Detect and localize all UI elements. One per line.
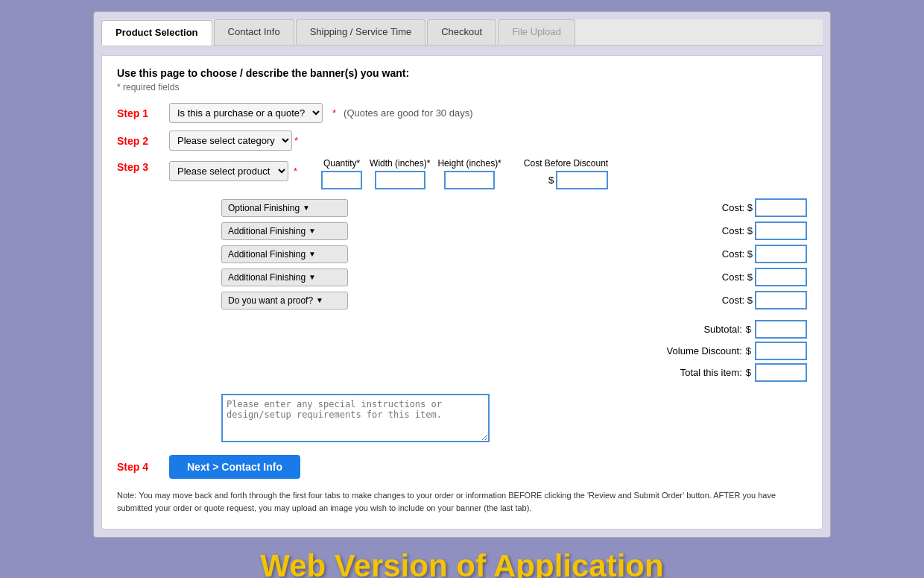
tab-product-selection[interactable]: Product Selection <box>101 20 212 45</box>
additional-finishing-dropdown-2[interactable]: Additional Finishing ▼ <box>221 245 348 263</box>
cost-dollar-sign: $ <box>548 175 554 186</box>
height-label: Height (inches)* <box>437 158 501 169</box>
step4-label: Step 4 <box>117 461 169 473</box>
proof-dropdown[interactable]: Do you want a proof? ▼ <box>221 292 348 310</box>
additional-finishing-label-3: Additional Finishing <box>228 272 306 283</box>
proof-row: Do you want a proof? ▼ Cost: $ <box>169 291 807 310</box>
step3-label: Step 3 <box>117 158 169 173</box>
next-button[interactable]: Next > Contact Info <box>169 455 300 479</box>
total-dollar: $ <box>746 367 751 378</box>
step1-row: Step 1 Is this a purchase or a quote? Pu… <box>117 103 807 123</box>
step1-label: Step 1 <box>117 107 169 119</box>
optional-finishing-dropdown[interactable]: Optional Finishing ▼ <box>221 199 348 217</box>
height-group: Height (inches)* <box>437 158 501 189</box>
additional-finishing-row-1: Additional Finishing ▼ Cost: $ <box>169 222 807 240</box>
optional-cost-label: Cost: $ <box>722 202 753 213</box>
content-area: Use this page to choose / describe the b… <box>101 55 823 530</box>
step3-row: Step 3 Please select product * <box>117 158 807 445</box>
additional-finishing-label-2: Additional Finishing <box>228 249 306 260</box>
cost-before-discount-input[interactable] <box>556 171 608 189</box>
step2-required: * <box>294 135 298 146</box>
volume-discount-input[interactable] <box>755 342 807 360</box>
width-group: Width (inches)* <box>370 158 430 189</box>
additional-finishing-chevron-3: ▼ <box>308 273 316 281</box>
tab-checkout[interactable]: Checkout <box>427 19 496 45</box>
additional-finishing-chevron-1: ▼ <box>308 227 316 235</box>
tab-contact-info[interactable]: Contact Info <box>214 19 294 45</box>
subtotal-label: Subtotal: <box>653 324 742 335</box>
dimensions-row: Quantity* Width (inches)* Height (inches… <box>321 158 608 189</box>
optional-finishing-label: Optional Finishing <box>228 203 300 213</box>
cost-before-discount-label: Cost Before Discount <box>524 158 608 169</box>
required-note: * required fields <box>117 82 807 92</box>
step3-required: * <box>294 166 297 177</box>
additional-finishing-row-3: Additional Finishing ▼ Cost: $ <box>169 268 807 286</box>
subtotal-section: Subtotal: $ Volume Discount: $ Total thi… <box>169 320 807 382</box>
quantity-label: Quantity* <box>323 158 360 169</box>
additional-cost-label-2: Cost: $ <box>722 248 753 260</box>
additional-cost-input-1[interactable] <box>755 222 807 240</box>
optional-finishing-row: Optional Finishing ▼ Cost: $ <box>169 198 807 217</box>
width-label: Width (inches)* <box>370 158 430 169</box>
additional-finishing-dropdown-3[interactable]: Additional Finishing ▼ <box>221 268 348 286</box>
main-container: Product Selection Contact Info Shipping … <box>93 11 831 538</box>
additional-cost-label-3: Cost: $ <box>722 271 753 283</box>
total-row: Total this item: $ <box>653 363 807 382</box>
height-input[interactable] <box>444 171 495 189</box>
proof-cost-label: Cost: $ <box>722 295 753 306</box>
step4-row: Step 4 Next > Contact Info <box>117 455 807 479</box>
dimensions-cost-section: Quantity* Width (inches)* Height (inches… <box>321 158 608 194</box>
special-instructions-textarea[interactable] <box>221 394 490 442</box>
step3-container: Please select product * Quantity* <box>169 158 807 445</box>
page-description: Use this page to choose / describe the b… <box>117 67 807 79</box>
optional-finishing-chevron: ▼ <box>303 204 310 212</box>
additional-finishing-label-1: Additional Finishing <box>228 226 306 236</box>
volume-discount-row: Volume Discount: $ <box>653 342 807 360</box>
tab-bar: Product Selection Contact Info Shipping … <box>101 19 823 46</box>
subtotal-row: Subtotal: $ <box>653 320 807 339</box>
optional-cost-input[interactable] <box>755 198 807 217</box>
all-finishing-rows: Optional Finishing ▼ Cost: $ Additional … <box>169 198 807 310</box>
step1-required: * <box>332 107 336 119</box>
step2-row: Step 2 Please select category * <box>117 131 807 151</box>
additional-finishing-chevron-2: ▼ <box>308 250 316 258</box>
tab-file-upload: File Upload <box>498 19 575 45</box>
total-label: Total this item: <box>653 367 742 378</box>
additional-cost-input-2[interactable] <box>755 245 807 263</box>
additional-cost-input-3[interactable] <box>755 268 807 286</box>
tab-shipping-service-time[interactable]: Shipping / Service Time <box>296 19 426 45</box>
proof-cost-input[interactable] <box>755 291 807 310</box>
note-text: Note: You may move back and forth throug… <box>117 489 807 514</box>
volume-discount-label: Volume Discount: <box>653 345 742 356</box>
width-input[interactable] <box>375 171 425 189</box>
quantity-input[interactable] <box>321 171 362 189</box>
subtotal-input[interactable] <box>755 320 807 339</box>
proof-label: Do you want a proof? <box>228 295 313 306</box>
additional-cost-label-1: Cost: $ <box>722 225 753 236</box>
proof-chevron: ▼ <box>316 296 323 304</box>
special-instructions-area <box>169 394 807 445</box>
product-dropdown[interactable]: Please select product <box>169 161 288 181</box>
purchase-or-quote-dropdown[interactable]: Is this a purchase or a quote? Purchase … <box>169 103 323 123</box>
additional-finishing-dropdown-1[interactable]: Additional Finishing ▼ <box>221 222 348 240</box>
subtotal-dollar: $ <box>746 324 751 335</box>
step2-label: Step 2 <box>117 135 169 147</box>
cost-before-discount-group: Cost Before Discount $ <box>524 158 608 189</box>
category-dropdown[interactable]: Please select category <box>169 131 292 151</box>
step3-header-row: Please select product * Quantity* <box>169 158 807 194</box>
quantity-group: Quantity* <box>321 158 362 189</box>
additional-finishing-row-2: Additional Finishing ▼ Cost: $ <box>169 245 807 263</box>
total-input[interactable] <box>755 363 807 382</box>
step1-hint: (Quotes are good for 30 days) <box>344 107 472 119</box>
volume-dollar: $ <box>746 345 751 356</box>
app-title: Web Version of Application <box>260 548 663 578</box>
